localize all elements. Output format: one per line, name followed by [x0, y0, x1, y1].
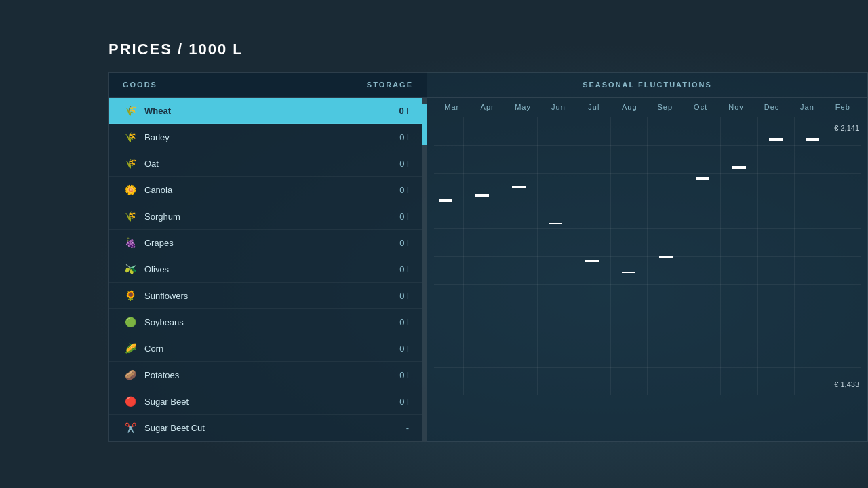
- bar-col-mar: [427, 117, 464, 395]
- goods-icon-potatoes: 🥔: [123, 367, 138, 382]
- goods-item-potatoes[interactable]: 🥔 Potatoes 0 l: [109, 362, 422, 388]
- goods-item-grapes[interactable]: 🍇 Grapes 0 l: [109, 230, 422, 256]
- goods-storage-sugar-beet-cut: -: [406, 423, 409, 433]
- goods-storage-sorghum: 0 l: [399, 211, 409, 222]
- bar-tick-top-jan: [806, 140, 819, 141]
- scroll-thumb[interactable]: [422, 104, 427, 145]
- goods-icon-sugar-beet: 🔴: [123, 394, 138, 409]
- goods-column-header: GOODS: [123, 81, 157, 89]
- chart-panel: SEASONAL FLUCTUATIONS MarAprMayJunJulAug…: [427, 72, 868, 442]
- goods-item-wheat[interactable]: 🌾 Wheat 0 l: [109, 98, 422, 124]
- goods-name-sugar-beet: Sugar Beet: [144, 396, 189, 407]
- goods-item-sugar-beet-cut[interactable]: ✂️ Sugar Beet Cut -: [109, 415, 422, 441]
- bar-tick-top-dec: [769, 140, 783, 141]
- month-cell-jul: Jul: [576, 103, 612, 111]
- goods-left: 🫒 Olives: [123, 262, 169, 277]
- bar-tick-top-nov: [732, 167, 746, 169]
- goods-left: 🌽 Corn: [123, 341, 163, 356]
- bar-col-apr: [464, 117, 500, 395]
- goods-item-canola[interactable]: 🌼 Canola 0 l: [109, 177, 422, 203]
- goods-left: 🌾 Oat: [123, 156, 159, 171]
- goods-list: 🌾 Wheat 0 l 🌾 Barley 0 l 🌾 Oat 0 l 🌼 Can…: [109, 98, 422, 441]
- goods-name-potatoes: Potatoes: [144, 370, 179, 380]
- goods-panel: GOODS STORAGE 🌾 Wheat 0 l 🌾 Barley 0 l 🌾…: [108, 72, 427, 442]
- bar-col-sep: [647, 117, 684, 395]
- goods-name-corn: Corn: [144, 344, 163, 354]
- month-cell-mar: Mar: [434, 103, 469, 111]
- bar-tick-bottom-apr: [475, 194, 489, 195]
- panels-container: GOODS STORAGE 🌾 Wheat 0 l 🌾 Barley 0 l 🌾…: [108, 72, 868, 442]
- bar-col-jun: [537, 117, 574, 395]
- bar-col-aug: [610, 117, 647, 395]
- goods-item-olives[interactable]: 🫒 Olives 0 l: [109, 256, 422, 283]
- goods-left: ✂️ Sugar Beet Cut: [123, 420, 205, 435]
- goods-item-oat[interactable]: 🌾 Oat 0 l: [109, 150, 422, 177]
- goods-icon-wheat: 🌾: [123, 103, 138, 118]
- goods-icon-barley: 🌾: [123, 129, 138, 144]
- bar-tick-top-may: [512, 187, 526, 188]
- goods-storage-oat: 0 l: [399, 159, 409, 169]
- chart-area: € 2,141 € 1,433: [427, 117, 867, 395]
- goods-name-oat: Oat: [144, 159, 159, 169]
- bar-tick-top-oct: [696, 178, 709, 180]
- month-cell-jun: Jun: [540, 103, 576, 111]
- goods-icon-grapes: 🍇: [123, 235, 138, 250]
- goods-left: 🥔 Potatoes: [123, 367, 179, 382]
- goods-storage-corn: 0 l: [399, 344, 409, 354]
- goods-name-wheat: Wheat: [144, 106, 171, 116]
- page-title: PRICES / 1000 L: [108, 41, 868, 58]
- goods-item-soybeans[interactable]: 🟢 Soybeans 0 l: [109, 309, 422, 336]
- goods-item-sorghum[interactable]: 🌾 Sorghum 0 l: [109, 203, 422, 230]
- bar-tick-bottom-mar: [439, 199, 452, 201]
- goods-name-soybeans: Soybeans: [144, 317, 184, 327]
- bar-col-jan: [794, 117, 831, 395]
- month-cell-dec: Dec: [754, 103, 789, 111]
- goods-left: 🌾 Sorghum: [123, 209, 180, 224]
- bar-tick-bottom-nov: [732, 166, 746, 167]
- bar-tick-top-apr: [475, 195, 489, 197]
- bar-tick-bottom-oct: [696, 177, 709, 178]
- goods-storage-soybeans: 0 l: [399, 317, 409, 327]
- goods-name-barley: Barley: [144, 132, 170, 142]
- goods-left: 🌾 Barley: [123, 129, 170, 144]
- goods-left: 🟢 Soybeans: [123, 314, 184, 329]
- month-cell-oct: Oct: [683, 103, 718, 111]
- scrollbar[interactable]: [422, 98, 427, 441]
- month-cell-sep: Sep: [648, 103, 683, 111]
- goods-icon-sunflowers: 🌻: [123, 288, 138, 303]
- goods-icon-soybeans: 🟢: [123, 314, 138, 329]
- bar-col-oct: [684, 117, 721, 395]
- main-container: PRICES / 1000 L GOODS STORAGE 🌾 Wheat 0 …: [0, 0, 868, 442]
- goods-item-sugar-beet[interactable]: 🔴 Sugar Beet 0 l: [109, 388, 422, 415]
- months-row: MarAprMayJunJulAugSepOctNovDecJanFeb: [427, 98, 867, 117]
- bar-tick-bottom-jan: [806, 138, 819, 140]
- bar-tick-top-mar: [439, 201, 452, 202]
- bar-tick-top-jun: [549, 223, 562, 224]
- goods-left: 🌾 Wheat: [123, 103, 171, 118]
- goods-storage-olives: 0 l: [399, 264, 409, 274]
- goods-icon-canola: 🌼: [123, 182, 138, 197]
- storage-column-header: STORAGE: [367, 81, 413, 89]
- month-cell-feb: Feb: [825, 103, 861, 111]
- month-cell-nov: Nov: [718, 103, 753, 111]
- bar-col-dec: [757, 117, 794, 395]
- bar-tick-bottom-aug: [622, 272, 635, 273]
- bar-tick-bottom-jul: [585, 260, 599, 262]
- goods-name-sugar-beet-cut: Sugar Beet Cut: [144, 423, 205, 433]
- goods-storage-sunflowers: 0 l: [399, 291, 409, 301]
- goods-name-olives: Olives: [144, 264, 169, 274]
- goods-left: 🔴 Sugar Beet: [123, 394, 189, 409]
- goods-icon-sugar-beet-cut: ✂️: [123, 420, 138, 435]
- bar-col-nov: [721, 117, 757, 395]
- goods-item-barley[interactable]: 🌾 Barley 0 l: [109, 124, 422, 150]
- bar-col-jul: [574, 117, 610, 395]
- goods-storage-sugar-beet: 0 l: [399, 396, 409, 407]
- goods-storage-grapes: 0 l: [399, 238, 409, 248]
- month-cell-apr: Apr: [469, 103, 505, 111]
- goods-item-corn[interactable]: 🌽 Corn 0 l: [109, 336, 422, 362]
- goods-item-sunflowers[interactable]: 🌻 Sunflowers 0 l: [109, 283, 422, 309]
- goods-header: GOODS STORAGE: [109, 73, 427, 98]
- goods-storage-wheat: 0 l: [399, 106, 409, 116]
- goods-left: 🌼 Canola: [123, 182, 172, 197]
- goods-left: 🍇 Grapes: [123, 235, 174, 250]
